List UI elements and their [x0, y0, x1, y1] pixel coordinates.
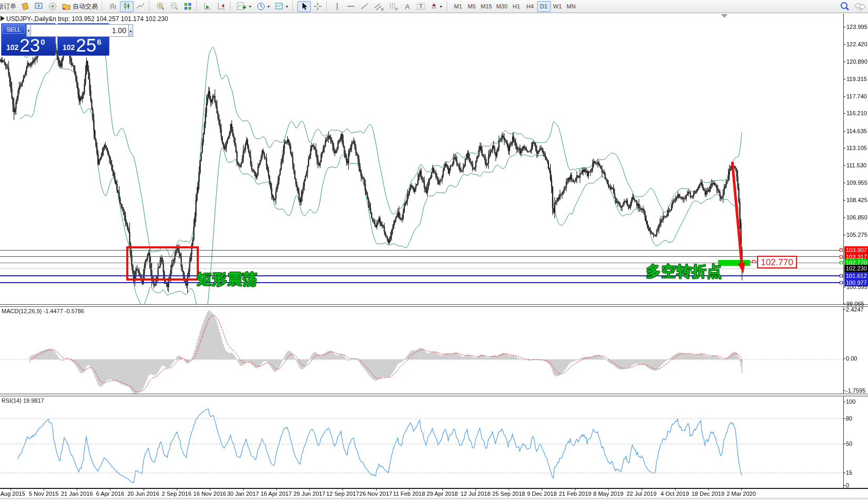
- price-axis-tick: [843, 79, 845, 79]
- price-callout-label[interactable]: 102.770: [757, 256, 797, 268]
- chart-symbol-period: USDJPY-,Daily: [6, 15, 48, 23]
- timeframe-button-d1[interactable]: D1: [537, 1, 551, 12]
- rsi-axis-tick: [843, 485, 845, 486]
- periods-dropdown[interactable]: ▼: [254, 1, 272, 12]
- rsi-axis-label: 0: [846, 482, 849, 488]
- chart-window-icon: [1, 16, 5, 21]
- chart-shift-marker[interactable]: [721, 14, 728, 18]
- timeframe-button-m5[interactable]: M5: [465, 1, 479, 12]
- crosshair-button[interactable]: [311, 1, 325, 12]
- toolbar-separator: [230, 2, 233, 11]
- horizontal-line-marker[interactable]: [840, 248, 843, 252]
- fibonacci-button[interactable]: F: [386, 1, 401, 12]
- rsi-axis-label: 15: [846, 469, 852, 476]
- macd-axis-label: -1.7595: [846, 387, 865, 394]
- bar-chart-button[interactable]: [106, 1, 120, 12]
- new-order-label: 新订单: [0, 2, 16, 11]
- timeframe-button-m1[interactable]: M1: [451, 1, 465, 12]
- timeframe-button-mn[interactable]: MN: [564, 1, 578, 12]
- arrows-dropdown[interactable]: ▼: [428, 1, 445, 12]
- svg-text:E: E: [381, 7, 384, 11]
- price-axis-label: 111.530: [846, 162, 866, 168]
- new-order-button[interactable]: 新订单: [0, 1, 18, 12]
- rsi-axis-label: 50: [846, 441, 852, 447]
- timeframe-button-h1[interactable]: H1: [510, 1, 523, 12]
- panel-divider[interactable]: [0, 394, 868, 396]
- candlestick-chart-button[interactable]: [120, 1, 134, 12]
- chart-window: USDJPY-,Daily&n bsp; 103.952 104.257 101…: [0, 14, 868, 500]
- date-axis-label: 2 Mar 2020: [719, 491, 763, 497]
- price-line-label-100.977: 100.977: [844, 279, 868, 286]
- timeframe-button-m30[interactable]: M30: [494, 1, 509, 12]
- horizontal-line-marker[interactable]: [840, 255, 843, 258]
- auto-scroll-icon: [203, 2, 213, 11]
- callout-anchor-marker[interactable]: [752, 260, 755, 263]
- pivot-text-annotation[interactable]: 多空转折点: [646, 262, 722, 282]
- text-button[interactable]: A: [401, 1, 414, 12]
- price-axis-tick: [843, 235, 845, 235]
- line-chart-icon: [136, 2, 145, 11]
- timeframe-button-w1[interactable]: W1: [551, 1, 564, 12]
- crosshair-icon: [313, 2, 322, 11]
- horizontal-line-button[interactable]: [344, 1, 358, 12]
- toolbar-separator: [149, 2, 152, 11]
- macd-axis-tick: [843, 309, 845, 310]
- volume-input[interactable]: [31, 24, 128, 37]
- chart-shift-icon: [217, 2, 226, 11]
- chat-button[interactable]: [852, 1, 868, 12]
- terminal-button[interactable]: [32, 1, 46, 12]
- zoom-in-button[interactable]: [154, 1, 167, 12]
- price-axis-tick: [843, 62, 845, 62]
- chat-icon: [854, 2, 866, 11]
- highlight-segment-annotation[interactable]: [718, 260, 750, 266]
- indicators-dropdown[interactable]: ▼: [235, 1, 254, 12]
- price-line-label-101.612: 101.612: [844, 272, 868, 279]
- price-axis-label: 123.995: [846, 24, 867, 30]
- trendline-button[interactable]: [358, 1, 371, 12]
- text-label-button[interactable]: T: [414, 1, 428, 12]
- timeframe-button-m15[interactable]: M15: [479, 1, 494, 12]
- current-price-label: 102.230: [844, 265, 868, 272]
- tile-windows-button[interactable]: [181, 1, 195, 12]
- autotrading-label: 自动交易: [73, 2, 98, 11]
- price-axis-label: 120.890: [846, 58, 867, 65]
- sell-price-prefix: 102: [6, 43, 18, 52]
- equidistant-channel-button[interactable]: E: [371, 1, 386, 12]
- horizontal-line-marker[interactable]: [840, 261, 843, 264]
- rsi-axis-label: 100: [846, 398, 855, 405]
- zoom-in-icon: [156, 2, 165, 11]
- timeframe-button-h4[interactable]: H4: [523, 1, 537, 12]
- chart-shift-button[interactable]: [215, 1, 228, 12]
- horizontal-line-marker[interactable]: [840, 281, 843, 284]
- range-box-annotation[interactable]: [126, 246, 199, 281]
- line-chart-button[interactable]: [134, 1, 147, 12]
- price-axis-tick: [843, 113, 845, 114]
- macd-axis-label: 2.4247: [846, 306, 864, 313]
- history-button[interactable]: [18, 1, 32, 12]
- price-axis-label: 106.850: [846, 214, 867, 221]
- svg-text:F: F: [396, 7, 398, 11]
- horizontal-line-100.977[interactable]: [0, 282, 843, 283]
- toolbar-separator: [292, 2, 296, 11]
- price-axis-label: 105.275: [846, 232, 867, 238]
- horizontal-line-marker[interactable]: [840, 274, 843, 277]
- vertical-line-button[interactable]: [331, 1, 344, 12]
- sell-button[interactable]: SELL: [2, 24, 25, 34]
- autotrading-icon: [62, 2, 71, 11]
- autotrading-button[interactable]: 自动交易: [59, 1, 100, 12]
- zoom-out-button[interactable]: [167, 1, 181, 12]
- rsi-axis-label: 80: [846, 415, 852, 422]
- volume-increase-button[interactable]: ▲: [128, 24, 133, 37]
- svg-text:T: T: [419, 4, 422, 9]
- templates-icon: [275, 2, 284, 11]
- search-button[interactable]: [837, 1, 852, 12]
- panel-divider[interactable]: [0, 304, 868, 307]
- cursor-button[interactable]: [297, 1, 311, 12]
- price-axis-label: 117.740: [846, 93, 867, 99]
- auto-scroll-button[interactable]: [201, 1, 215, 12]
- volume-decrease-button[interactable]: ▼: [26, 24, 31, 37]
- volume-control: ▼ ▲: [26, 24, 85, 37]
- templates-dropdown[interactable]: ▼: [272, 1, 291, 12]
- signals-button[interactable]: [46, 1, 59, 12]
- range-box-text-annotation[interactable]: 矩形震荡: [197, 269, 258, 289]
